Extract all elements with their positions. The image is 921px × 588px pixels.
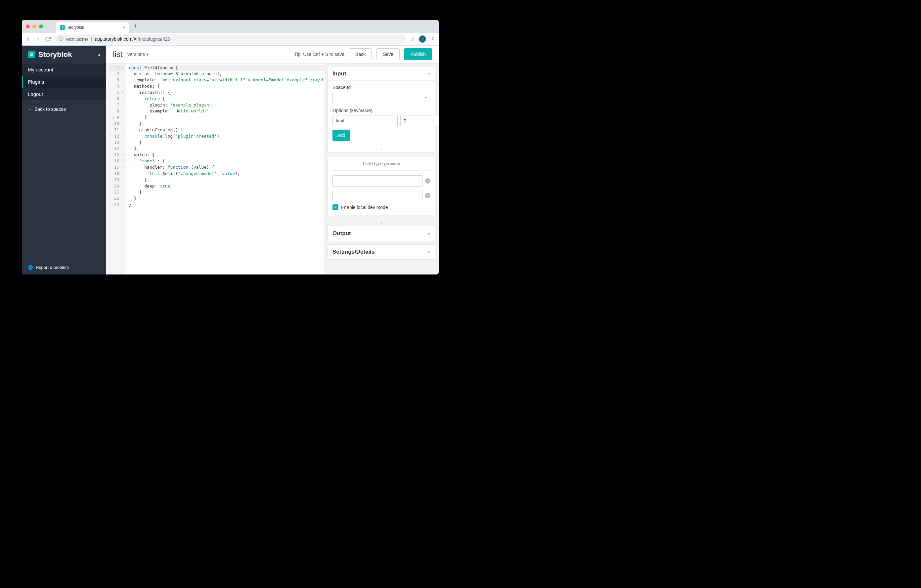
browser-window: S Storyblok × + ⓘ Nicht sicher | app.sto… (22, 20, 439, 275)
option-row: 🗑 (332, 115, 430, 126)
sidebar: S Storyblok ▴ My account Plugins Logout … (22, 45, 106, 275)
chevron-down-icon: ⌄ (380, 220, 383, 224)
options-label: Options (key/value) (332, 108, 430, 113)
preview-row-2: − (332, 190, 430, 201)
new-tab-button[interactable]: + (133, 23, 137, 30)
editor-code[interactable]: const Fieldtype = { mixins: [window.Stor… (126, 63, 324, 275)
info-icon: ⓘ (59, 36, 63, 42)
dev-mode-label: Enable local dev mode (341, 205, 388, 210)
brand-header[interactable]: S Storyblok ▴ (22, 45, 106, 63)
main-body: 1▾234▾5▾6▾78i91011▾i12131415▾16▾17▾18192… (106, 63, 439, 275)
code-editor[interactable]: 1▾234▾5▾6▾78i91011▾i12131415▾16▾17▾18192… (106, 63, 324, 275)
security-status: Nicht sicher (66, 37, 88, 42)
chevron-up-icon: ▴ (98, 52, 100, 57)
output-accordion[interactable]: Output ▸ (327, 226, 435, 241)
maximize-window-button[interactable] (39, 24, 43, 28)
preview-title: Field type preview (332, 161, 430, 166)
chevron-right-icon: ▸ (428, 250, 430, 254)
remove-icon[interactable]: − (425, 178, 430, 184)
back-button[interactable]: Back (349, 48, 372, 60)
chrome-tabbar: S Storyblok × + (22, 20, 439, 33)
chevron-down-icon: ▾ (428, 71, 430, 76)
arrow-left-icon: ← (28, 107, 33, 112)
caret-down-icon: ▾ (146, 52, 148, 57)
main-header: list Versions ▾ Tip: Use Ctrl + S to sav… (106, 45, 439, 63)
forward-icon[interactable] (35, 36, 41, 42)
preview-row-1: − (332, 175, 430, 187)
dev-mode-row: ✓ Enable local dev mode (332, 205, 430, 210)
preview-input-1[interactable] (332, 175, 423, 187)
globe-icon: 🌐 (28, 265, 33, 270)
back-icon[interactable] (25, 36, 31, 42)
url-text: app.storyblok.com/#!/me/plugins/429 (95, 36, 170, 42)
page-title: list (113, 50, 122, 59)
option-key-input[interactable] (332, 115, 398, 126)
option-value-input[interactable] (400, 115, 439, 126)
url-bar[interactable]: ⓘ Nicht sicher | app.storyblok.com/#!/me… (55, 34, 406, 44)
sidebar-item-plugins[interactable]: Plugins (22, 76, 106, 88)
menu-icon[interactable]: ⋮ (430, 36, 435, 42)
main-area: list Versions ▾ Tip: Use Ctrl + S to sav… (106, 45, 439, 275)
sidebar-item-my-account[interactable]: My account (22, 63, 106, 76)
preview-input-2[interactable] (332, 190, 423, 201)
window-controls (26, 24, 43, 28)
tab-favicon-icon: S (60, 25, 65, 30)
reload-icon[interactable] (45, 36, 50, 42)
close-tab-icon[interactable]: × (122, 25, 125, 30)
chevron-down-icon: ⌄ (380, 146, 383, 151)
browser-tab[interactable]: S Storyblok × (56, 22, 129, 33)
dev-mode-checkbox[interactable]: ✓ (332, 205, 338, 210)
right-panel: Input ▾ Space Id ▾ Options (key/value) (324, 63, 439, 275)
expand-preview-toggle[interactable]: ⌄ (327, 219, 435, 226)
preview-card: Field type preview − − ✓ Enable loca (327, 156, 435, 215)
editor-gutter: 1▾234▾5▾6▾78i91011▾i12131415▾16▾17▾18192… (106, 63, 126, 275)
back-to-spaces-link[interactable]: ← Back to spaces (22, 102, 106, 116)
remove-icon[interactable]: − (425, 193, 430, 198)
versions-dropdown[interactable]: Versions ▾ (127, 52, 148, 57)
chevron-right-icon: ▸ (428, 231, 430, 236)
chrome-toolbar: ⓘ Nicht sicher | app.storyblok.com/#!/me… (22, 33, 439, 45)
brand-logo-icon: S (28, 51, 35, 58)
brand-name: Storyblok (38, 50, 72, 59)
input-header[interactable]: Input ▾ (328, 67, 435, 81)
publish-button[interactable]: Publish (404, 48, 432, 60)
save-button[interactable]: Save (376, 48, 400, 60)
settings-accordion[interactable]: Settings/Details ▸ (327, 244, 435, 260)
close-window-button[interactable] (26, 24, 30, 28)
minimize-window-button[interactable] (33, 24, 36, 28)
collapse-input-toggle[interactable]: ⌄ (328, 145, 435, 153)
save-tip: Tip: Use Ctrl + S to save (294, 52, 344, 57)
sidebar-item-logout[interactable]: Logout (22, 88, 106, 100)
caret-down-icon: ▾ (425, 96, 427, 99)
report-problem-link[interactable]: 🌐 Report a problem (22, 260, 106, 275)
space-id-label: Space Id (332, 84, 430, 90)
add-option-button[interactable]: Add (332, 130, 350, 141)
space-id-select[interactable]: ▾ (332, 92, 430, 103)
app-shell: S Storyblok ▴ My account Plugins Logout … (22, 45, 439, 275)
profile-avatar[interactable]: 👤 (419, 36, 426, 43)
input-card: Input ▾ Space Id ▾ Options (key/value) (327, 67, 435, 153)
star-icon[interactable]: ☆ (410, 36, 415, 42)
tab-title: Storyblok (67, 25, 120, 30)
input-body: Space Id ▾ Options (key/value) 🗑 (328, 81, 435, 145)
